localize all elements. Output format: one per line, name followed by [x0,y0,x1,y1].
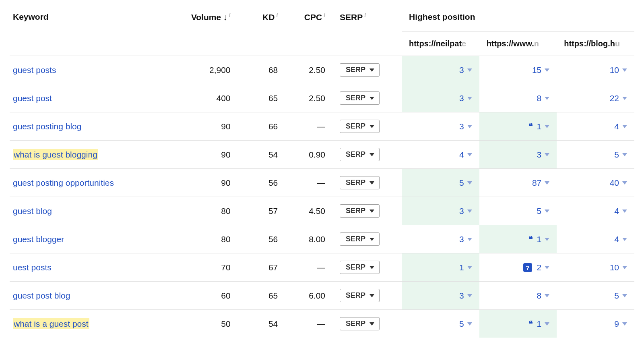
kd-cell: 65 [234,84,281,112]
serp-button[interactable]: SERP [340,120,380,133]
info-icon[interactable]: i [324,12,325,18]
chevron-down-icon [467,294,472,297]
keyword-link[interactable]: guest blog [13,206,52,216]
chevron-down-icon [467,97,472,100]
position-cell[interactable]: 15 [479,56,557,84]
keyword-link[interactable]: what is guest blogging [14,150,97,159]
serp-button[interactable]: SERP [340,232,380,246]
serp-button[interactable]: SERP [340,204,380,218]
chevron-down-icon [467,68,472,72]
position-cell[interactable]: 5 [402,169,479,197]
kd-cell: 54 [234,310,281,338]
kd-cell: 68 [234,56,281,84]
col-cpc[interactable]: CPCi [281,8,328,56]
chevron-down-icon [622,153,627,156]
position-cell[interactable]: ❝1 [479,310,557,338]
position-cell[interactable]: 5 [557,282,634,310]
table-row: uest posts7067—SERP1?210 [10,253,634,282]
chevron-down-icon [622,294,627,297]
chevron-down-icon [369,294,374,297]
chevron-down-icon [622,322,627,326]
position-cell[interactable]: 5 [402,310,479,338]
position-cell[interactable]: 10 [557,253,634,282]
volume-cell: 90 [173,169,234,197]
volume-cell: 50 [173,310,234,338]
serp-button[interactable]: SERP [340,317,380,330]
volume-cell: 90 [173,141,234,169]
chevron-down-icon [545,238,549,241]
position-cell[interactable]: 5 [479,197,557,225]
chevron-down-icon [545,322,549,326]
featured-snippet-icon: ❝ [528,122,533,131]
position-cell[interactable]: 10 [557,56,634,84]
position-cell[interactable]: 87 [479,169,557,197]
position-cell[interactable]: 3 [402,282,479,310]
position-cell[interactable]: 5 [557,141,634,169]
keyword-link[interactable]: uest posts [13,263,52,272]
position-cell[interactable]: 3 [402,56,479,84]
position-cell[interactable]: 3 [479,141,557,169]
position-cell[interactable]: 1 [402,253,479,282]
keyword-link[interactable]: guest posting blog [13,122,81,131]
position-cell[interactable]: 3 [402,84,479,112]
keyword-link[interactable]: what is a guest post [14,319,89,328]
volume-cell: 400 [173,84,234,112]
info-icon[interactable]: i [229,12,231,18]
position-cell[interactable]: 9 [557,310,634,338]
domain-col-0[interactable]: https://neilpate [402,32,479,56]
position-cell[interactable]: ?2 [479,253,557,282]
kd-cell: 54 [234,141,281,169]
col-highest-position: Highest position [402,8,634,32]
keyword-link[interactable]: guest post [13,93,52,103]
position-cell[interactable]: 3 [402,225,479,253]
position-cell[interactable]: 8 [479,84,557,112]
table-row: guest blogger80568.00SERP3❝14 [10,225,634,253]
chevron-down-icon [622,181,627,185]
cpc-cell: 4.50 [281,197,328,225]
chevron-down-icon [545,294,549,297]
cpc-cell: 0.90 [281,141,328,169]
keyword-link[interactable]: guest posts [13,65,56,75]
position-cell[interactable]: ❝1 [479,225,557,253]
col-volume[interactable]: Volume↓i [173,8,234,56]
table-row: guest posting blog9066—SERP3❝14 [10,112,634,141]
serp-button[interactable]: SERP [340,148,380,161]
serp-button[interactable]: SERP [340,91,380,105]
volume-cell: 70 [173,253,234,282]
serp-button[interactable]: SERP [340,176,380,189]
chevron-down-icon [622,210,627,213]
keyword-link[interactable]: guest blogger [13,234,64,244]
info-icon[interactable]: i [276,12,278,18]
position-cell[interactable]: 4 [557,112,634,141]
keyword-link[interactable]: guest post blog [13,291,70,300]
info-icon[interactable]: i [364,12,366,18]
position-cell[interactable]: 4 [402,141,479,169]
col-keyword[interactable]: Keyword [10,8,173,56]
kd-cell: 56 [234,225,281,253]
serp-button[interactable]: SERP [340,63,380,77]
col-kd[interactable]: KDi [234,8,281,56]
domain-col-1[interactable]: https://www.n [479,32,557,56]
serp-button[interactable]: SERP [340,261,380,274]
serp-button[interactable]: SERP [340,289,380,302]
domain-col-2[interactable]: https://blog.hu [557,32,634,56]
volume-cell: 60 [173,282,234,310]
position-cell[interactable]: 3 [402,112,479,141]
table-row: guest post400652.50SERP3822 [10,84,634,112]
position-cell[interactable]: 8 [479,282,557,310]
chevron-down-icon [545,125,549,128]
position-cell[interactable]: 4 [557,225,634,253]
position-cell[interactable]: ❝1 [479,112,557,141]
table-row: what is guest blogging90540.90SERP435 [10,141,634,169]
chevron-down-icon [622,125,627,128]
chevron-down-icon [545,153,549,156]
chevron-down-icon [369,210,374,213]
position-cell[interactable]: 40 [557,169,634,197]
position-cell[interactable]: 4 [557,197,634,225]
chevron-down-icon [467,210,472,213]
position-cell[interactable]: 22 [557,84,634,112]
position-cell[interactable]: 3 [402,197,479,225]
col-serp[interactable]: SERPi [328,8,402,56]
chevron-down-icon [467,266,472,269]
keyword-link[interactable]: guest posting opportunities [13,178,114,187]
